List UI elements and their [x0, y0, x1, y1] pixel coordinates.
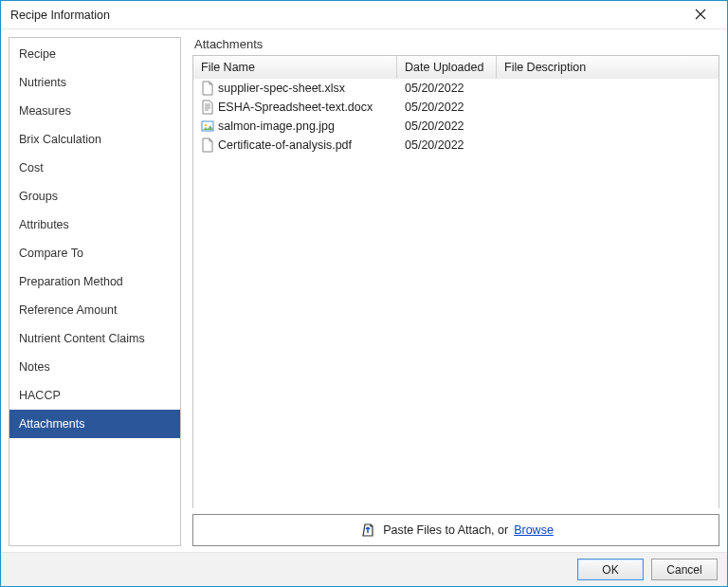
- dropzone-text: Paste Files to Attach, or: [383, 523, 508, 537]
- titlebar: Recipe Information: [1, 1, 727, 29]
- cell-date-uploaded: 05/20/2022: [397, 82, 497, 95]
- col-file-name[interactable]: File Name: [193, 56, 397, 79]
- main-panel: Attachments File Name Date Uploaded File…: [192, 37, 719, 546]
- upload-icon: [358, 521, 377, 540]
- file-name-text: salmon-image.png.jpg: [218, 119, 335, 133]
- attachments-table: File Name Date Uploaded File Description…: [192, 55, 719, 508]
- cell-file-name: supplier-spec-sheet.xlsx: [193, 81, 397, 96]
- table-header: File Name Date Uploaded File Description: [193, 56, 719, 79]
- file-file-icon: [201, 81, 214, 96]
- sidebar-item-preparation-method[interactable]: Preparation Method: [9, 267, 180, 296]
- dialog-footer: OK Cancel: [1, 552, 727, 586]
- table-body: supplier-spec-sheet.xlsx05/20/2022ESHA-S…: [193, 79, 719, 508]
- cell-file-name: salmon-image.png.jpg: [193, 119, 397, 134]
- dropzone[interactable]: Paste Files to Attach, or Browse: [192, 514, 719, 546]
- cancel-button[interactable]: Cancel: [651, 559, 718, 580]
- sidebar-item-measures[interactable]: Measures: [9, 97, 180, 125]
- sidebar-item-notes[interactable]: Notes: [9, 353, 180, 381]
- file-name-text: ESHA-Spreadsheet-text.docx: [218, 101, 373, 114]
- dialog-body: RecipeNutrientsMeasuresBrix CalculationC…: [1, 29, 727, 552]
- close-button[interactable]: [682, 2, 719, 28]
- sidebar-item-compare-to[interactable]: Compare To: [9, 239, 180, 267]
- sidebar-item-cost[interactable]: Cost: [9, 154, 180, 182]
- close-icon: [695, 7, 706, 23]
- table-row[interactable]: salmon-image.png.jpg05/20/2022: [193, 117, 719, 136]
- sidebar: RecipeNutrientsMeasuresBrix CalculationC…: [9, 37, 181, 546]
- sidebar-item-attachments[interactable]: Attachments: [9, 410, 180, 438]
- section-title: Attachments: [192, 37, 719, 51]
- table-row[interactable]: ESHA-Spreadsheet-text.docx05/20/2022: [193, 98, 719, 117]
- svg-point-1: [205, 124, 207, 126]
- table-row[interactable]: supplier-spec-sheet.xlsx05/20/2022: [193, 79, 719, 98]
- col-file-description[interactable]: File Description: [497, 56, 719, 79]
- cell-date-uploaded: 05/20/2022: [397, 138, 497, 152]
- doc-file-icon: [201, 100, 214, 115]
- sidebar-item-nutrient-content-claims[interactable]: Nutrient Content Claims: [9, 324, 180, 353]
- sidebar-item-haccp[interactable]: HACCP: [9, 381, 180, 410]
- table-row[interactable]: Certificate-of-analysis.pdf05/20/2022: [193, 136, 719, 155]
- cell-file-name: Certificate-of-analysis.pdf: [193, 138, 397, 153]
- file-name-text: supplier-spec-sheet.xlsx: [218, 82, 345, 95]
- col-date-uploaded[interactable]: Date Uploaded: [397, 56, 497, 79]
- sidebar-item-brix-calculation[interactable]: Brix Calculation: [9, 125, 180, 154]
- sidebar-item-recipe[interactable]: Recipe: [9, 40, 180, 68]
- file-name-text: Certificate-of-analysis.pdf: [218, 138, 352, 152]
- sidebar-item-groups[interactable]: Groups: [9, 182, 180, 211]
- cell-file-name: ESHA-Spreadsheet-text.docx: [193, 100, 397, 115]
- ok-button[interactable]: OK: [577, 559, 644, 580]
- sidebar-item-reference-amount[interactable]: Reference Amount: [9, 296, 180, 324]
- sidebar-item-attributes[interactable]: Attributes: [9, 211, 180, 239]
- browse-link[interactable]: Browse: [514, 523, 554, 537]
- image-file-icon: [201, 119, 214, 134]
- cell-date-uploaded: 05/20/2022: [397, 101, 497, 114]
- dialog-window: Recipe Information RecipeNutrientsMeasur…: [0, 0, 728, 587]
- sidebar-item-nutrients[interactable]: Nutrients: [9, 68, 180, 97]
- window-title: Recipe Information: [10, 9, 682, 22]
- file-file-icon: [201, 138, 214, 153]
- cell-date-uploaded: 05/20/2022: [397, 119, 497, 133]
